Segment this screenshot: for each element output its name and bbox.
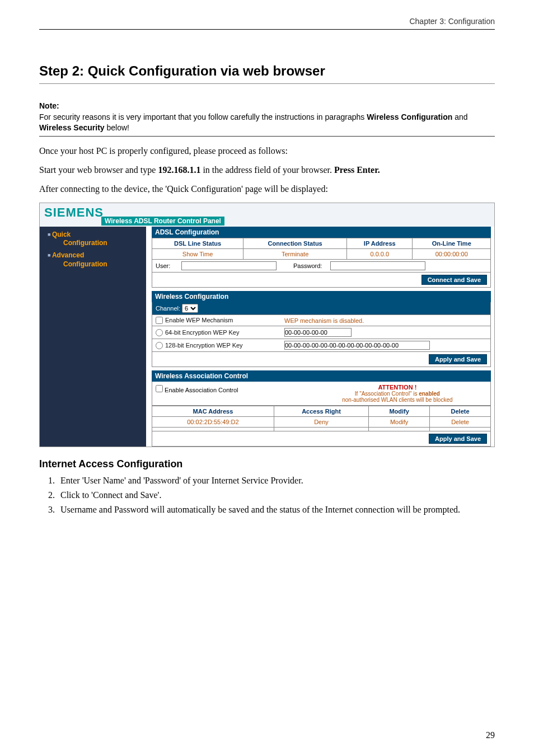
wep-128-label: 128-bit Encryption WEP Key — [165, 342, 243, 349]
wep-64-radio[interactable] — [156, 329, 163, 336]
p2-a: Start your web browser and type — [39, 165, 158, 175]
assoc-table: MAC Address Access Right Modify Delete 0… — [152, 406, 491, 431]
internet-access-heading: Internet Access Configuration — [39, 458, 495, 470]
user-input[interactable] — [181, 261, 277, 270]
wep-64-input[interactable] — [284, 328, 352, 337]
access-right-h: Access Right — [274, 406, 368, 417]
attn-c: non-authorised WLAN clients will be bloc… — [342, 397, 452, 403]
p2-c: in the address field of your browser. — [200, 165, 334, 175]
nav-quick-top: Quick — [52, 231, 71, 238]
dsl-line-status-v: Show Time — [152, 248, 243, 259]
attention-text: If "Association Control" is enabled non-… — [308, 391, 487, 403]
connect-and-save-button[interactable]: Connect and Save — [421, 275, 487, 285]
mac-address-h: MAC Address — [152, 406, 274, 417]
intro-paragraph-3: After connecting to the device, the 'Qui… — [39, 182, 495, 196]
dsl-line-status-h: DSL Line Status — [152, 238, 243, 248]
channel-select[interactable]: 6 — [182, 304, 198, 313]
wassoc-bar: Wireless Association Control — [152, 370, 491, 382]
note-label: Note: — [39, 101, 59, 110]
attn-a: If "Association Control" is — [355, 391, 419, 397]
p2-d: Press Enter. — [334, 165, 380, 175]
password-label: Password: — [293, 262, 330, 269]
banner-subtitle: Wireless ADSL Router Control Panel — [101, 217, 224, 226]
connect-row: Connect and Save — [152, 273, 491, 288]
wcfg-apply-save-button[interactable]: Apply and Save — [429, 354, 487, 364]
intro-paragraph-1: Once your host PC is properly configured… — [39, 144, 495, 158]
enable-assoc-checkbox[interactable] — [156, 385, 163, 392]
p2-ip: 192.168.1.1 — [158, 165, 200, 175]
step-1: Enter 'User Name' and 'Password' of your… — [57, 476, 495, 486]
nav-adv-sub: Configuration — [48, 260, 107, 269]
banner: SIEMENS Wireless ADSL Router Control Pan… — [40, 203, 494, 227]
modify-link[interactable]: Modify — [369, 417, 430, 428]
attn-b: enabled — [419, 391, 440, 397]
online-time-h: On-Line Time — [413, 238, 491, 248]
wassoc-apply-row: Apply and Save — [152, 431, 491, 447]
ip-address-h: IP Address — [347, 238, 413, 248]
adsl-config-bar: ADSL Configuration — [152, 227, 491, 238]
sidebar-nav: Quick Configuration Advanced Configurati… — [40, 227, 146, 447]
note-bold-1: Wireless Configuration — [367, 112, 452, 121]
nav-adv-top: Advanced — [52, 251, 84, 259]
delete-link[interactable]: Delete — [430, 417, 491, 428]
wep-status: WEP mechanism is disabled. — [284, 317, 487, 324]
online-time-v: 00:00:00:00 — [413, 248, 491, 259]
delete-h: Delete — [430, 406, 491, 417]
note-block: Note: For security reasons it is very im… — [39, 101, 495, 137]
connection-status-h: Connection Status — [243, 238, 347, 248]
user-label: User: — [156, 262, 181, 269]
mac-address-v: 00:02:2D:55:49:D2 — [152, 417, 274, 428]
main-panel: ADSL Configuration DSL Line Status Conne… — [146, 227, 494, 447]
step-3: Username and Password will automatically… — [57, 505, 495, 515]
wcfg-apply-row: Apply and Save — [152, 352, 491, 367]
attention-label: ATTENTION ! — [308, 384, 487, 391]
step-2: Click to 'Connect and Save'. — [57, 490, 495, 500]
password-input[interactable] — [330, 261, 425, 270]
page-number: 29 — [486, 730, 495, 740]
enable-assoc-label: Enable Association Control — [165, 387, 238, 393]
router-screenshot: SIEMENS Wireless ADSL Router Control Pan… — [39, 203, 495, 448]
connection-status-v: Terminate — [243, 248, 347, 259]
intro-paragraph-2: Start your web browser and type 192.168.… — [39, 163, 495, 177]
nav-advanced-config[interactable]: Advanced Configuration — [40, 250, 146, 270]
wep-128-radio[interactable] — [156, 342, 163, 349]
ip-address-v: 0.0.0.0 — [347, 248, 413, 259]
enable-wep-label: Enable WEP Mechanism — [165, 317, 233, 323]
note-tail: below! — [105, 123, 129, 132]
steps-list: Enter 'User Name' and 'Password' of your… — [39, 476, 495, 515]
channel-label: Channel: — [156, 305, 180, 312]
channel-row: Channel: 6 — [152, 302, 491, 315]
nav-quick-config[interactable]: Quick Configuration — [40, 229, 146, 250]
adsl-status-table: DSL Line Status Connection Status IP Add… — [152, 238, 491, 260]
note-bold-2: Wireless Security — [39, 123, 105, 132]
step-title: Step 2: Quick Configuration via web brow… — [39, 63, 495, 84]
credentials-row: User: Password: — [152, 260, 491, 273]
modify-h: Modify — [369, 406, 430, 417]
chapter-header: Chapter 3: Configuration — [39, 17, 495, 30]
access-right-v: Deny — [274, 417, 368, 428]
siemens-logo: SIEMENS — [44, 205, 104, 220]
nav-quick-sub: Configuration — [48, 239, 107, 248]
wep-128-input[interactable] — [284, 341, 430, 350]
enable-wep-checkbox[interactable] — [156, 317, 163, 324]
wassoc-apply-save-button[interactable]: Apply and Save — [429, 434, 487, 444]
wireless-config-bar: Wireless Configuration — [152, 291, 491, 302]
wep-64-label: 64-bit Encryption WEP Key — [165, 329, 239, 336]
note-mid: and — [452, 112, 467, 121]
note-text-1: For security reasons it is very importan… — [39, 112, 367, 121]
